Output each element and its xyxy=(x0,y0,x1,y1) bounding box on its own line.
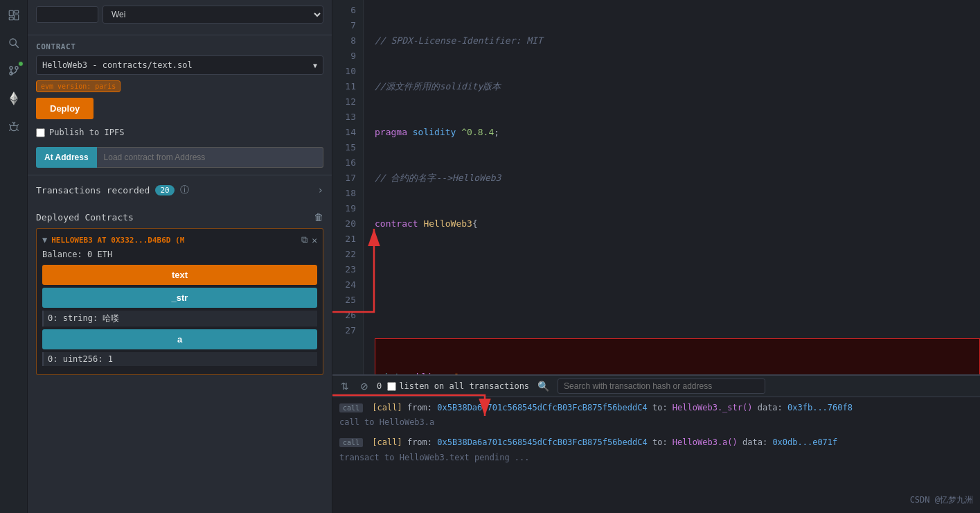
sidebar-icon-ethereum[interactable] xyxy=(4,89,24,108)
unit-select[interactable]: Wei Gwei ETH xyxy=(103,6,323,24)
code-line-7: //源文件所用的solidity版本 xyxy=(375,79,980,94)
code-line-8: pragma solidity ^0.8.4; xyxy=(375,125,980,140)
code-panel: 6 7 8 9 10 11 12 13 14 15 16 17 18 19 20… xyxy=(332,0,980,374)
svg-rect-0 xyxy=(9,10,13,16)
balance-text: Balance: 0 ETH xyxy=(42,250,317,259)
terminal-expand-icon[interactable]: ⇅ xyxy=(338,379,352,393)
svg-point-6 xyxy=(10,67,12,69)
deployed-title: Deployed Contracts 🗑 xyxy=(36,211,323,223)
str-function-button[interactable]: _str xyxy=(42,288,317,308)
terminal-entry-2: call [call] from: 0x5B38Da6a701c568545dC… xyxy=(339,436,973,464)
contract-item: ▼ HELLOWEB3 AT 0X332...D4B6D (M ⧉ ✕ Bala… xyxy=(36,228,323,375)
publish-ipfs-row: Publish to IPFS xyxy=(28,125,332,140)
code-line-9: // 合约的名字-->HelloWeb3 xyxy=(375,171,980,186)
call-badge-1: call xyxy=(339,403,363,412)
contract-select[interactable]: HelloWeb3 - contracts/text.sol ▼ xyxy=(36,55,323,75)
sidebar-icon-search[interactable] xyxy=(4,33,24,53)
terminal-sub-2: transact to HelloWeb3.text pending ... xyxy=(339,451,973,464)
chevron-down-icon: ▼ xyxy=(313,62,317,69)
code-line-11 xyxy=(375,262,980,277)
listen-checkbox-row: listen on all transactions xyxy=(387,381,529,391)
deploy-button[interactable]: Deploy xyxy=(36,98,93,119)
terminal-search-icon[interactable]: 🔍 xyxy=(535,379,552,393)
sidebar-icon-debug[interactable] xyxy=(4,116,24,136)
terminal-toolbar: ⇅ ⊘ 0 listen on all transactions 🔍 xyxy=(332,376,980,397)
copy-contract-icon[interactable]: ⧉ xyxy=(301,234,308,245)
svg-point-7 xyxy=(15,67,18,69)
contract-label: CONTRACT xyxy=(36,42,323,51)
csdn-watermark: CSDN @忆梦九洲 xyxy=(910,494,973,506)
terminal-panel: ⇅ ⊘ 0 listen on all transactions 🔍 call … xyxy=(332,374,980,513)
info-icon[interactable]: ⓘ xyxy=(180,184,189,196)
trash-icon[interactable]: 🗑 xyxy=(314,211,323,223)
svg-rect-1 xyxy=(14,10,18,13)
terminal-content: call [call] from: 0x5B38Da6a701c568545dC… xyxy=(332,397,980,476)
transactions-section: Transactions recorded 20 ⓘ › xyxy=(28,175,332,205)
sidebar xyxy=(0,0,28,513)
svg-line-16 xyxy=(9,124,10,125)
svg-line-18 xyxy=(9,130,10,131)
at-address-row: At Address xyxy=(36,147,323,168)
terminal-entry-1: call [call] from: 0x5B38Da6a701c568545dC… xyxy=(339,401,973,429)
code-line-6: // SPDX-License-Identifier: MIT xyxy=(375,33,980,49)
svg-line-5 xyxy=(15,44,19,48)
svg-line-19 xyxy=(17,130,18,131)
close-contract-icon[interactable]: ✕ xyxy=(312,235,317,245)
publish-ipfs-checkbox[interactable] xyxy=(36,128,45,137)
value-input[interactable]: 0 xyxy=(36,6,98,23)
evm-badge: evm version: paris xyxy=(36,80,121,92)
editor-wrapper: 6 7 8 9 10 11 12 13 14 15 16 17 18 19 20… xyxy=(332,0,980,513)
svg-rect-3 xyxy=(9,17,13,20)
svg-rect-2 xyxy=(14,15,18,20)
svg-line-17 xyxy=(17,124,18,125)
call-badge-2: call xyxy=(339,438,363,447)
terminal-count: 0 xyxy=(377,381,382,391)
deploy-panel: 0 Wei Gwei ETH CONTRACT HelloWeb3 - cont… xyxy=(28,0,332,513)
code-line-12: uint public a=1; xyxy=(375,369,979,374)
terminal-stop-icon[interactable]: ⊘ xyxy=(357,379,371,393)
transactions-badge: 20 xyxy=(155,185,174,195)
deployed-contracts-section: Deployed Contracts 🗑 ▼ HELLOWEB3 AT 0X33… xyxy=(28,205,332,375)
code-content: // SPDX-License-Identifier: MIT //源文件所用的… xyxy=(364,0,980,374)
expand-transactions-icon[interactable]: › xyxy=(318,184,323,195)
str-result: 0: string: 哈喽 xyxy=(42,311,317,327)
load-contract-input[interactable] xyxy=(97,147,323,168)
sidebar-icon-git[interactable] xyxy=(4,61,24,80)
a-function-button[interactable]: a xyxy=(42,329,317,349)
terminal-sub-1: call to HelloWeb3.a xyxy=(339,416,973,429)
contract-instance-name: HELLOWEB3 AT 0X332...D4B6D (M xyxy=(51,236,297,245)
listen-checkbox[interactable] xyxy=(387,382,396,391)
transactions-title: Transactions recorded xyxy=(36,185,150,195)
a-result: 0: uint256: 1 xyxy=(42,352,317,366)
line-numbers: 6 7 8 9 10 11 12 13 14 15 16 17 18 19 20… xyxy=(332,0,364,374)
svg-point-4 xyxy=(10,39,16,45)
code-line-10: contract HelloWeb3{ xyxy=(375,216,980,232)
sidebar-icon-files[interactable] xyxy=(4,6,24,25)
expand-contract-icon[interactable]: ▼ xyxy=(42,235,47,245)
at-address-button[interactable]: At Address xyxy=(36,147,97,168)
text-function-button[interactable]: text xyxy=(42,265,317,285)
terminal-search-input[interactable] xyxy=(558,379,765,394)
